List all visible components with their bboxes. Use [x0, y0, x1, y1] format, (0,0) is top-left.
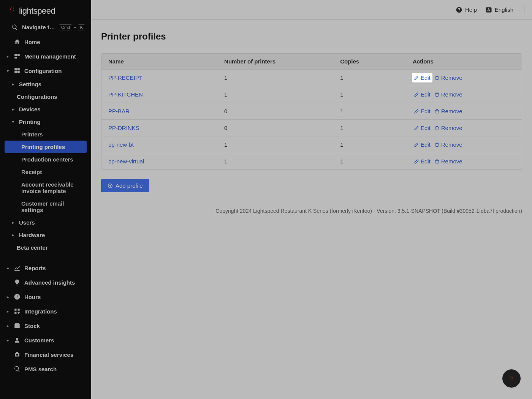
profile-link[interactable]: pp-new-virtual — [108, 158, 144, 165]
kbd-hint: Cmd + K — [59, 24, 85, 30]
cell-actions: EditRemove — [406, 120, 522, 136]
cell-name: PP-BAR — [101, 104, 217, 119]
svg-rect-10 — [18, 309, 20, 310]
cell-copies: 1 — [333, 137, 406, 152]
nav-financial-services[interactable]: ▸ Financial services — [0, 347, 91, 362]
cell-actions: EditRemove — [406, 86, 522, 103]
remove-link[interactable]: Remove — [433, 107, 464, 115]
nav-hours[interactable]: ▸ Hours — [0, 290, 91, 304]
chart-icon — [14, 264, 21, 271]
cell-copies: 1 — [333, 120, 406, 135]
svg-rect-9 — [14, 309, 16, 310]
cell-actions: EditRemove — [406, 70, 522, 86]
nav-devices[interactable]: ▸ Devices — [0, 103, 91, 116]
nav-hardware[interactable]: ▸ Hardware — [0, 229, 91, 241]
table-row: PP-DRINKS01EditRemove — [101, 120, 522, 136]
nav-customers[interactable]: ▸ Customers — [0, 333, 91, 347]
edit-icon — [414, 159, 419, 164]
svg-rect-5 — [14, 71, 17, 73]
nav-search[interactable]: Navigate to... Cmd + K — [0, 21, 91, 34]
nav-stock[interactable]: ▸ Stock — [0, 318, 91, 333]
box-icon — [14, 322, 21, 329]
nav-search-label: Navigate to... — [22, 24, 55, 30]
svg-rect-6 — [17, 71, 20, 73]
remove-link[interactable]: Remove — [433, 157, 464, 165]
nav-configuration[interactable]: ▾ Configuration — [0, 63, 91, 78]
nav-integrations[interactable]: ▸ Integrations — [0, 304, 91, 318]
nav-printers[interactable]: Printers — [0, 128, 91, 141]
grid-icon — [14, 67, 21, 74]
trash-icon — [434, 109, 440, 114]
chevron-right-icon: ▸ — [12, 82, 15, 86]
topbar: Help English — [91, 0, 532, 20]
chevron-right-icon: ▸ — [7, 309, 10, 314]
table-row: pp-new-virtual11EditRemove — [101, 153, 522, 169]
language-label: English — [495, 6, 513, 13]
edit-link[interactable]: Edit — [413, 74, 432, 82]
nav-receipt[interactable]: Receipt — [0, 166, 91, 178]
remove-link[interactable]: Remove — [433, 74, 464, 82]
edit-label: Edit — [421, 158, 431, 165]
add-profile-label: Add profile — [116, 182, 143, 189]
remove-link[interactable]: Remove — [433, 124, 464, 132]
nav-ar-invoice-template[interactable]: Account receivable invoice template — [0, 178, 91, 197]
cell-name: pp-new-bt — [101, 137, 217, 152]
nav-pms-search[interactable]: ▸ PMS search — [0, 362, 91, 376]
nav-reports[interactable]: ▸ Reports — [0, 261, 91, 275]
edit-link[interactable]: Edit — [413, 141, 432, 149]
th-name: Name — [101, 54, 217, 69]
nav-printing-profiles[interactable]: Printing profiles — [5, 141, 87, 153]
language-icon — [485, 6, 492, 13]
remove-label: Remove — [441, 158, 462, 165]
help-button[interactable]: Help — [456, 6, 477, 13]
search-icon — [11, 24, 18, 31]
profile-link[interactable]: PP-KITCHEN — [108, 91, 143, 98]
svg-rect-2 — [14, 57, 17, 59]
trash-icon — [434, 75, 440, 81]
edit-icon — [414, 75, 419, 81]
nav-beta-center[interactable]: Beta center — [0, 241, 91, 254]
edit-link[interactable]: Edit — [413, 107, 432, 115]
profile-link[interactable]: pp-new-bt — [108, 141, 134, 148]
nav-configurations[interactable]: Configurations — [0, 90, 91, 103]
cell-name: PP-KITCHEN — [101, 87, 217, 102]
add-profile-button[interactable]: Add profile — [101, 179, 149, 192]
support-fab[interactable] — [502, 369, 521, 388]
chevron-right-icon: ▸ — [7, 295, 10, 299]
cell-copies: 1 — [333, 87, 406, 102]
topbar-separator — [524, 6, 524, 14]
edit-link[interactable]: Edit — [413, 157, 432, 165]
cell-copies: 1 — [333, 154, 406, 169]
language-button[interactable]: English — [485, 6, 513, 13]
edit-label: Edit — [421, 108, 431, 114]
nav-home[interactable]: ▸ Home — [0, 34, 91, 49]
profile-link[interactable]: PP-DRINKS — [108, 125, 139, 131]
trash-icon — [434, 125, 440, 131]
edit-icon — [414, 125, 419, 131]
nav-users[interactable]: ▸ Users — [0, 216, 91, 229]
remove-link[interactable]: Remove — [433, 90, 464, 98]
profile-link[interactable]: PP-RECEIPT — [108, 74, 142, 81]
nav-production-centers[interactable]: Production centers — [0, 153, 91, 166]
nav-printing[interactable]: ▾ Printing — [0, 116, 91, 128]
help-label: Help — [465, 6, 477, 13]
cell-copies: 1 — [333, 70, 406, 85]
footer-text: Copyright 2024 Lightspeed Restaurant K S… — [101, 203, 522, 214]
edit-label: Edit — [421, 125, 431, 131]
edit-icon — [414, 92, 419, 97]
edit-link[interactable]: Edit — [413, 124, 432, 132]
remove-link[interactable]: Remove — [433, 141, 464, 149]
profile-link[interactable]: PP-BAR — [108, 108, 130, 114]
th-copies: Copies — [333, 54, 406, 69]
svg-rect-3 — [14, 68, 17, 70]
nav-settings[interactable]: ▸ Settings — [0, 78, 91, 90]
nav-advanced-insights[interactable]: ▸ Advanced insights — [0, 275, 91, 290]
nav-customer-email-settings[interactable]: Customer email settings — [0, 197, 91, 216]
nav-menu-management[interactable]: ▸ Menu management — [0, 49, 91, 63]
edit-label: Edit — [421, 141, 431, 148]
trash-icon — [434, 92, 440, 97]
brand-logo[interactable]: lightspeed — [0, 0, 91, 21]
cell-actions: EditRemove — [406, 153, 522, 169]
remove-label: Remove — [441, 108, 462, 114]
edit-link[interactable]: Edit — [413, 90, 432, 98]
